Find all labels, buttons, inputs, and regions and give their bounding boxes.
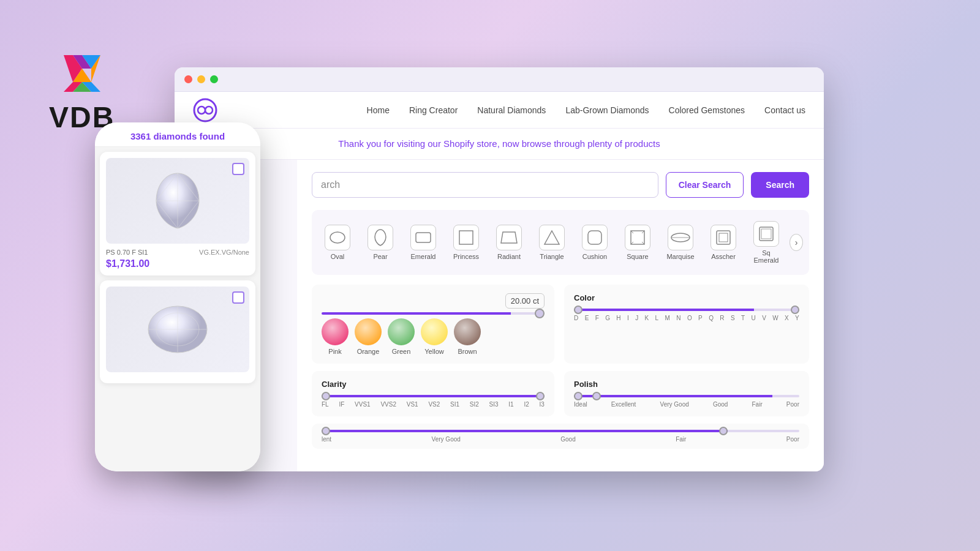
color-grade-labels: D E F G H I J K L M N O P Q R xyxy=(574,315,799,321)
shape-cushion-label: Cushion xyxy=(582,253,607,260)
nav-ring-creator[interactable]: Ring Creator xyxy=(409,105,458,115)
svg-rect-8 xyxy=(588,231,601,244)
polish-grade-labels: Ideal Excellent Very Good Good Fair Poor xyxy=(574,401,799,408)
color-grade-O: O xyxy=(687,315,692,321)
shape-asscher[interactable]: Asscher xyxy=(704,221,743,264)
nav-bar: Home Ring Creator Natural Diamonds Lab-G… xyxy=(175,92,824,129)
gem-green-icon xyxy=(388,318,415,345)
clarity-SI2: SI2 xyxy=(470,401,479,408)
polish-ideal: Ideal xyxy=(574,401,587,408)
clarity-filter: Clarity FL IF VVS1 VVS2 VS1 VS2 SI1 SI2 xyxy=(312,371,554,416)
shape-square-icon xyxy=(625,225,650,250)
polish-good: Good xyxy=(713,401,728,408)
clarity-FL: FL xyxy=(322,401,329,408)
search-button[interactable]: Search xyxy=(751,172,809,198)
diamond-spec-1: PS 0.70 F SI1 xyxy=(106,249,148,256)
svg-rect-17 xyxy=(719,233,728,242)
nav-colored-gemstones[interactable]: Colored Gemstones xyxy=(669,105,745,115)
main-content: arch Clear Search Search Oval Pear xyxy=(175,160,824,471)
color-grade-S: S xyxy=(731,315,735,321)
minimize-button[interactable] xyxy=(197,75,205,83)
carat-color-section: 20.00 ct Pink xyxy=(312,285,809,364)
shape-asscher-icon xyxy=(710,225,736,250)
gem-pink-label: Pink xyxy=(328,348,341,355)
svg-point-4 xyxy=(330,232,345,243)
gem-green-label: Green xyxy=(392,348,411,355)
color-grade-I: I xyxy=(627,315,629,321)
diamond-checkbox-1[interactable] xyxy=(232,163,244,175)
polish-excellent: Excellent xyxy=(611,401,636,408)
shape-princess[interactable]: Princess xyxy=(447,221,486,264)
gem-pink[interactable]: Pink xyxy=(322,318,349,355)
clarity-SI3: SI3 xyxy=(489,401,499,408)
color-grade-M: M xyxy=(665,315,670,321)
shape-square[interactable]: Square xyxy=(618,221,657,264)
shape-pear[interactable]: Pear xyxy=(361,221,400,264)
color-grade-Q: Q xyxy=(709,315,714,321)
shape-selector-row: Oval Pear Emerald xyxy=(312,210,809,275)
shape-oval-label: Oval xyxy=(331,253,345,260)
shape-princess-icon xyxy=(453,225,479,250)
diamond-checkbox-2[interactable] xyxy=(232,291,244,304)
nav-natural-diamonds[interactable]: Natural Diamonds xyxy=(477,105,546,115)
shape-triangle-icon xyxy=(539,225,565,250)
vdb-icon xyxy=(58,49,107,98)
clarity-grade-labels: FL IF VVS1 VVS2 VS1 VS2 SI1 SI2 SI3 I1 I… xyxy=(322,401,545,408)
shape-pear-icon xyxy=(368,225,393,250)
nav-contact[interactable]: Contact us xyxy=(764,105,805,115)
svg-rect-6 xyxy=(459,231,473,244)
color-grade-J: J xyxy=(635,315,638,321)
nav-lab-grown[interactable]: Lab-Grown Diamonds xyxy=(565,105,649,115)
diamond-image-oval xyxy=(106,287,249,372)
color-grade-X: X xyxy=(785,315,789,321)
diamond-card-1: PS 0.70 F SI1 VG.EX.VG/None $1,731.00 xyxy=(100,152,255,276)
carat-value-display: 20.00 ct xyxy=(505,293,545,309)
color-grade-R: R xyxy=(720,315,724,321)
clear-search-button[interactable]: Clear Search xyxy=(666,172,744,198)
gem-orange[interactable]: Orange xyxy=(355,318,382,355)
color-grade-T: T xyxy=(741,315,745,321)
color-grade-W: W xyxy=(772,315,778,321)
gem-brown[interactable]: Brown xyxy=(454,318,481,355)
cut-lent: lent xyxy=(322,436,331,443)
diamond-count: 3361 diamonds found xyxy=(105,131,251,141)
shape-triangle[interactable]: Triangle xyxy=(532,221,571,264)
shape-radiant-label: Radiant xyxy=(497,253,521,260)
filter-panel: arch Clear Search Search Oval Pear xyxy=(297,160,824,471)
shape-emerald-label: Emerald xyxy=(411,253,436,260)
gem-orange-label: Orange xyxy=(357,348,380,355)
close-button[interactable] xyxy=(184,75,192,83)
search-input-wrapper[interactable]: arch xyxy=(312,172,658,198)
shape-cushion[interactable]: Cushion xyxy=(575,221,614,264)
shape-marquise[interactable]: Marquise xyxy=(661,221,700,264)
nav-home[interactable]: Home xyxy=(367,105,390,115)
shape-marquise-icon xyxy=(668,225,693,250)
gem-pink-icon xyxy=(322,318,349,345)
shape-oval[interactable]: Oval xyxy=(318,221,357,264)
cut-good: Good xyxy=(560,436,575,443)
shape-radiant-icon xyxy=(496,225,522,250)
polish-fair: Fair xyxy=(752,401,763,408)
gem-orange-icon xyxy=(355,318,382,345)
gem-brown-icon xyxy=(454,318,481,345)
color-grade-D: D xyxy=(574,315,578,321)
diamond-pear-svg xyxy=(144,167,211,234)
shape-next-button[interactable]: › xyxy=(790,234,803,251)
phone-header: 3361 diamonds found xyxy=(95,122,260,147)
shape-triangle-label: Triangle xyxy=(540,253,564,260)
gem-green[interactable]: Green xyxy=(388,318,415,355)
color-grade-V: V xyxy=(762,315,766,321)
gem-yellow[interactable]: Yellow xyxy=(421,318,448,355)
phone-mockup: 3361 diamonds found xyxy=(95,122,260,471)
polish-filter-label: Polish xyxy=(574,380,799,389)
diamond-image-pear xyxy=(106,158,249,244)
carat-filter: 20.00 ct Pink xyxy=(312,285,554,364)
shape-sq-emerald[interactable]: Sq Emerald xyxy=(747,217,786,268)
color-grade-G: G xyxy=(605,315,610,321)
shape-emerald[interactable]: Emerald xyxy=(404,221,443,264)
cut-filter: lent Very Good Good Fair Poor xyxy=(312,424,809,449)
maximize-button[interactable] xyxy=(210,75,218,83)
search-input[interactable]: arch xyxy=(321,179,340,190)
shape-radiant[interactable]: Radiant xyxy=(489,221,529,264)
color-grade-H: H xyxy=(616,315,620,321)
